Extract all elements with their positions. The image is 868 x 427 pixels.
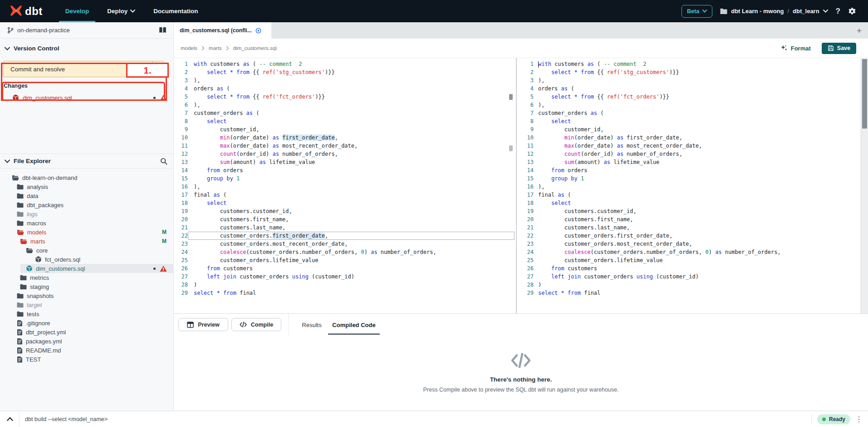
tree-item--gitignore[interactable]: .gitignore [0, 318, 174, 328]
tree-item-metrics[interactable]: metrics [0, 273, 174, 282]
tree-item-dim-customers-sql[interactable]: dim_customers.sql [0, 264, 174, 273]
tree-item-analysis[interactable]: analysis [0, 182, 174, 191]
code-line-27[interactable]: 27 left join customer_orders using (cust… [174, 273, 515, 281]
tree-item-logs[interactable]: logs [0, 209, 174, 218]
code-line-11[interactable]: 11 max(order_date) as most_recent_order_… [521, 142, 860, 150]
code-line-6[interactable]: 6), [174, 101, 515, 109]
code-line-13[interactable]: 13 sum(amount) as lifetime_value [174, 158, 515, 166]
code-line-28[interactable]: 28) [174, 281, 515, 289]
code-line-2[interactable]: 2 select * from {{ ref('stg_customers')}… [521, 68, 860, 76]
file-explorer-header[interactable]: File Explorer [0, 154, 174, 169]
code-line-19[interactable]: 19 customers.customer_id, [521, 207, 860, 215]
code-line-3[interactable]: 3), [174, 76, 515, 84]
code-line-21[interactable]: 21 customers.last_name, [174, 223, 515, 232]
tab-results[interactable]: Results [298, 318, 326, 331]
code-line-12[interactable]: 12 count(order_id) as number_of_orders, [174, 150, 515, 158]
code-line-5[interactable]: 5 select * from {{ ref('fct_orders')}} [174, 93, 515, 101]
nav-item-deploy[interactable]: Deploy [107, 0, 135, 22]
tree-item-fct-orders-sql[interactable]: fct_orders.sql [0, 255, 174, 264]
code-line-26[interactable]: 26 from customers [521, 264, 860, 273]
code-line-9[interactable]: 9 customer_id, [174, 125, 515, 134]
code-line-2[interactable]: 2 select * from {{ ref('stg_customers')}… [174, 68, 515, 76]
code-line-10[interactable]: 10 min(order_date) as first_order_date, [174, 134, 515, 142]
breadcrumb-marts[interactable]: marts [209, 45, 222, 51]
code-line-24[interactable]: 24 coalesce(customer_orders.number_of_or… [521, 248, 860, 256]
tree-item-staging[interactable]: staging [0, 282, 174, 291]
commit-options-caret[interactable] [152, 61, 164, 77]
code-line-20[interactable]: 20 customers.first_name, [174, 215, 515, 223]
code-line-15[interactable]: 15 group by 1 [174, 174, 515, 183]
search-icon[interactable] [160, 158, 167, 165]
preview-button[interactable]: Preview [178, 318, 228, 331]
tree-item-core[interactable]: core [0, 246, 174, 255]
code-line-18[interactable]: 18 select [521, 199, 860, 207]
gear-icon[interactable] [848, 7, 856, 15]
code-line-12[interactable]: 12 count(order_id) as number_of_orders, [521, 150, 860, 158]
code-line-9[interactable]: 9 customer_id, [521, 125, 860, 134]
tree-item-data[interactable]: data [0, 191, 174, 200]
tree-item-dbt-project-yml[interactable]: dbt_project.yml [0, 328, 174, 337]
code-line-24[interactable]: 24 coalesce(customer_orders.number_of_or… [174, 248, 515, 256]
code-line-7[interactable]: 7customer_orders as ( [521, 109, 860, 117]
format-button[interactable]: Format [780, 45, 811, 52]
code-line-6[interactable]: 6), [521, 101, 860, 109]
left-scrollbar-thumb[interactable] [509, 94, 513, 100]
tab-dim-customers[interactable]: dim_customers.sql (confli... [174, 22, 271, 39]
code-line-26[interactable]: 26 from customers [174, 264, 515, 273]
breadcrumb-file[interactable]: dim_customers.sql [233, 45, 277, 51]
code-line-22[interactable]: 22 customer_orders.first_order_date, [174, 232, 515, 240]
tree-item-target[interactable]: target [0, 300, 174, 309]
code-line-14[interactable]: 14 from orders [174, 166, 515, 174]
code-line-11[interactable]: 11 max(order_date) as most_recent_order_… [174, 142, 515, 150]
new-tab-plus-icon[interactable]: + [857, 26, 862, 36]
code-line-10[interactable]: 10 min(order_date) as first_order_date, [521, 134, 860, 142]
nav-item-develop[interactable]: Develop [65, 0, 89, 22]
book-icon[interactable] [159, 27, 167, 34]
kebab-menu-icon[interactable]: ⋮ [855, 416, 863, 423]
code-line-1[interactable]: 1with customers as ( -- comment 2 [521, 60, 860, 68]
code-line-18[interactable]: 18 select [174, 199, 515, 207]
changed-file-row[interactable]: dim_customers.sql [0, 92, 174, 103]
code-line-13[interactable]: 13 sum(amount) as lifetime_value [521, 158, 860, 166]
code-line-29[interactable]: 29select * from final [521, 289, 860, 297]
project-selector[interactable]: dbt Learn - mwong / dbt_learn [720, 8, 828, 15]
code-line-27[interactable]: 27 left join customer_orders using (cust… [521, 273, 860, 281]
code-line-21[interactable]: 21 customers.last_name, [521, 223, 860, 232]
right-scrollbar-thumb[interactable] [862, 59, 867, 129]
chevron-up-icon[interactable] [7, 417, 13, 421]
tree-item-packages-yml[interactable]: packages.yml [0, 337, 174, 346]
breadcrumb-models[interactable]: models [181, 45, 197, 51]
code-line-5[interactable]: 5 select * from {{ ref('fct_orders')}} [521, 93, 860, 101]
pane-divider[interactable] [516, 58, 517, 313]
branch-name[interactable]: on-demand-practice [17, 27, 70, 34]
code-line-23[interactable]: 23 customer_orders.most_recent_order_dat… [521, 240, 860, 248]
code-line-4[interactable]: 4orders as ( [521, 84, 860, 93]
code-line-8[interactable]: 8 select [174, 117, 515, 125]
code-line-29[interactable]: 29select * from final [174, 289, 515, 297]
code-line-22[interactable]: 22 customer_orders.first_order_date, [521, 232, 860, 240]
tree-item-dbt-learn-on-demand[interactable]: dbt-learn-on-demand [0, 173, 174, 182]
compile-button[interactable]: Compile [231, 318, 281, 331]
save-button[interactable]: Save [822, 43, 856, 54]
code-line-23[interactable]: 23 customer_orders.most_recent_order_dat… [174, 240, 515, 248]
code-line-14[interactable]: 14 from orders [521, 166, 860, 174]
code-line-20[interactable]: 20 customers.first_name, [521, 215, 860, 223]
code-line-17[interactable]: 17final as ( [174, 191, 515, 199]
version-control-header[interactable]: Version Control [5, 45, 59, 52]
code-line-16[interactable]: 16), [174, 183, 515, 191]
code-line-3[interactable]: 3), [521, 76, 860, 84]
commit-and-resolve-button[interactable]: Commit and resolve [3, 61, 164, 77]
tree-item-tests[interactable]: tests [0, 309, 174, 318]
tab-compiled-code[interactable]: Compiled Code [328, 318, 380, 331]
code-line-28[interactable]: 28) [521, 281, 860, 289]
code-line-25[interactable]: 25 customer_orders.lifetime_value [521, 256, 860, 264]
tree-item-models[interactable]: modelsM [0, 228, 174, 237]
tree-item-test[interactable]: TEST [0, 355, 174, 364]
editor-pane-left[interactable]: 1with customers as ( -- comment 22 selec… [174, 58, 515, 313]
tree-item-macros[interactable]: macros [0, 218, 174, 228]
help-icon[interactable]: ? [836, 7, 840, 16]
code-line-1[interactable]: 1with customers as ( -- comment 2 [174, 60, 515, 68]
tree-item-dbt-packages[interactable]: dbt_packages [0, 200, 174, 209]
code-line-4[interactable]: 4orders as ( [174, 84, 515, 93]
code-line-17[interactable]: 17final as ( [521, 191, 860, 199]
